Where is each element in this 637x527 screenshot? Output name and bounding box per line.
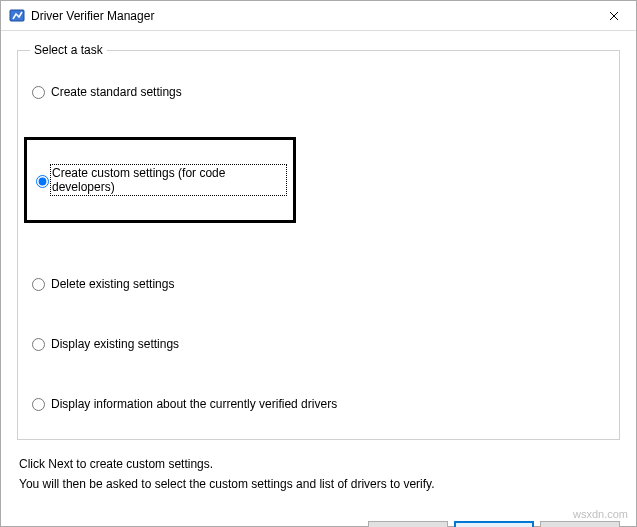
radio-input-display-info[interactable] (32, 398, 45, 411)
instruction-line: Click Next to create custom settings. (19, 454, 620, 474)
dialog-window: Driver Verifier Manager Select a task Cr… (0, 0, 637, 527)
radio-input-create-custom[interactable] (36, 175, 49, 188)
button-bar: < Back Next > Cancel (17, 495, 620, 527)
radio-label: Delete existing settings (51, 277, 174, 291)
app-icon (9, 8, 25, 24)
radio-display-info[interactable]: Display information about the currently … (32, 397, 607, 411)
next-button[interactable]: Next > (454, 521, 534, 527)
radio-display-existing[interactable]: Display existing settings (32, 337, 607, 351)
radio-input-display-existing[interactable] (32, 338, 45, 351)
window-title: Driver Verifier Manager (31, 9, 591, 23)
instructions: Click Next to create custom settings. Yo… (17, 454, 620, 495)
highlight-box: Create custom settings (for code develop… (24, 137, 296, 223)
radio-label: Display information about the currently … (51, 397, 337, 411)
radio-input-delete-existing[interactable] (32, 278, 45, 291)
instruction-line: You will then be asked to select the cus… (19, 474, 620, 494)
radio-label: Display existing settings (51, 337, 179, 351)
radio-create-standard[interactable]: Create standard settings (32, 85, 607, 99)
radio-input-create-standard[interactable] (32, 86, 45, 99)
cancel-button[interactable]: Cancel (540, 521, 620, 527)
groupbox-legend: Select a task (30, 43, 107, 57)
close-icon (609, 11, 619, 21)
radio-label: Create standard settings (51, 85, 182, 99)
close-button[interactable] (591, 1, 636, 31)
titlebar: Driver Verifier Manager (1, 1, 636, 31)
client-area: Select a task Create standard settings C… (1, 31, 636, 527)
task-groupbox: Select a task Create standard settings C… (17, 43, 620, 440)
back-button: < Back (368, 521, 448, 527)
radio-delete-existing[interactable]: Delete existing settings (32, 277, 607, 291)
radio-create-custom[interactable]: Create custom settings (for code develop… (31, 166, 285, 194)
radio-label: Create custom settings (for code develop… (52, 166, 285, 194)
